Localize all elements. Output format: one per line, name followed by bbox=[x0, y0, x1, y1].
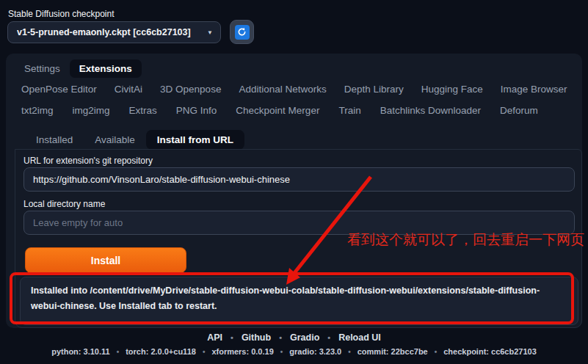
git-repo-url-input[interactable] bbox=[23, 167, 575, 192]
tab-txt2img[interactable]: txt2img bbox=[21, 105, 54, 116]
version-torch: torch: 2.0.0+cu118 bbox=[126, 347, 196, 356]
separator-dot: • bbox=[117, 348, 120, 356]
tab-checkpoint-merger[interactable]: Checkpoint Merger bbox=[236, 105, 319, 116]
separator-dot: • bbox=[203, 348, 206, 356]
tab-extensions[interactable]: Extensions bbox=[70, 59, 142, 78]
separator-dot: • bbox=[280, 348, 283, 356]
tab-civitai[interactable]: CivitAi bbox=[115, 84, 142, 95]
version-python: python: 3.10.11 bbox=[51, 347, 109, 356]
version-gradio: gradio: 3.23.0 bbox=[289, 347, 341, 356]
install-from-url-panel: URL for extension's git repository Local… bbox=[15, 149, 582, 328]
subtab-install-from-url[interactable]: Install from URL bbox=[146, 130, 244, 150]
extensions-subtab-bar: Installed Available Install from URL bbox=[25, 130, 244, 150]
local-directory-label: Local directory name bbox=[23, 199, 105, 209]
checkpoint-label: Stable Diffusion checkpoint bbox=[8, 9, 115, 19]
separator-dot: • bbox=[348, 348, 351, 356]
tab-additional-networks[interactable]: Additional Networks bbox=[239, 84, 326, 95]
install-result-box: Installed into /content/drive/MyDrive/st… bbox=[20, 277, 578, 325]
install-result-message: Installed into /content/drive/MyDrive/st… bbox=[31, 283, 567, 314]
stable-diffusion-webui: Stable Diffusion checkpoint v1-5-pruned-… bbox=[0, 0, 588, 364]
tab-bar-row3: txt2img img2img Extras PNG Info Checkpoi… bbox=[21, 105, 538, 116]
subtab-installed[interactable]: Installed bbox=[25, 130, 84, 150]
tab-batchlinks-downloader[interactable]: Batchlinks Downloader bbox=[380, 105, 481, 116]
tab-openpose-editor[interactable]: OpenPose Editor bbox=[21, 84, 97, 95]
tab-settings[interactable]: Settings bbox=[15, 59, 70, 78]
refresh-icon bbox=[235, 25, 250, 40]
footer-link-gradio[interactable]: Gradio bbox=[290, 332, 319, 343]
main-panel: Settings Extensions OpenPose Editor Civi… bbox=[6, 54, 582, 328]
separator-dot: • bbox=[435, 348, 438, 356]
checkpoint-dropdown-value: v1-5-pruned-emaonly.ckpt [cc6cb27103] bbox=[17, 27, 203, 37]
subtab-available[interactable]: Available bbox=[84, 130, 146, 150]
version-checkpoint: checkpoint: cc6cb27103 bbox=[443, 347, 537, 356]
separator-dot: • bbox=[231, 333, 233, 342]
tab-train[interactable]: Train bbox=[338, 105, 360, 116]
tab-deforum[interactable]: Deforum bbox=[500, 105, 538, 116]
local-directory-input[interactable] bbox=[23, 211, 575, 235]
tab-png-info[interactable]: PNG Info bbox=[176, 105, 217, 116]
footer-link-reload-ui[interactable]: Reload UI bbox=[338, 332, 381, 343]
refresh-checkpoints-button[interactable] bbox=[230, 20, 254, 44]
tab-image-browser[interactable]: Image Browser bbox=[501, 84, 567, 95]
separator-dot: • bbox=[279, 333, 282, 342]
checkpoint-dropdown[interactable]: v1-5-pruned-emaonly.ckpt [cc6cb27103] ▼ bbox=[7, 21, 221, 43]
git-repo-url-label: URL for extension's git repository bbox=[23, 156, 153, 166]
footer-link-api[interactable]: API bbox=[207, 332, 222, 343]
version-xformers: xformers: 0.0.19 bbox=[211, 347, 273, 356]
footer-version-info: python: 3.10.11 • torch: 2.0.0+cu118 • x… bbox=[0, 347, 588, 356]
version-commit: commit: 22bcc7be bbox=[357, 347, 428, 356]
tab-hugging-face[interactable]: Hugging Face bbox=[421, 84, 483, 95]
tab-3d-openpose[interactable]: 3D Openpose bbox=[160, 84, 221, 95]
install-button[interactable]: Install bbox=[25, 247, 186, 273]
tab-bar-row2: OpenPose Editor CivitAi 3D Openpose Addi… bbox=[21, 84, 567, 95]
footer-links: API • Github • Gradio • Reload UI bbox=[0, 332, 588, 343]
tab-img2img[interactable]: img2img bbox=[73, 105, 110, 116]
tab-depth-library[interactable]: Depth Library bbox=[344, 84, 404, 95]
footer-link-github[interactable]: Github bbox=[242, 332, 271, 343]
separator-dot: • bbox=[327, 333, 330, 342]
tab-bar-row1: Settings Extensions bbox=[15, 59, 142, 78]
chevron-down-icon: ▼ bbox=[207, 29, 213, 36]
tab-extras[interactable]: Extras bbox=[129, 105, 157, 116]
